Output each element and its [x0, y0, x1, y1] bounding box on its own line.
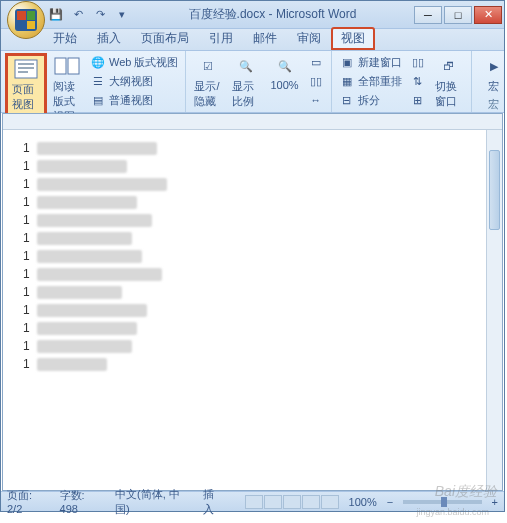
zoom-icon: 🔍 — [232, 55, 260, 77]
svg-rect-4 — [55, 58, 66, 74]
status-zoom[interactable]: 100% — [349, 496, 377, 508]
quick-access-toolbar: 💾 ↶ ↷ ▾ — [47, 6, 131, 24]
list-number: 1 — [23, 321, 37, 335]
macros-button[interactable]: ▶ 宏 — [476, 53, 507, 96]
blurred-text — [37, 286, 122, 299]
list-number: 1 — [23, 177, 37, 191]
hundred-percent-button[interactable]: 🔍 100% — [266, 53, 302, 93]
split-icon: ⊟ — [339, 92, 355, 108]
blurred-text — [37, 358, 107, 371]
status-mode[interactable]: 插入 — [203, 487, 225, 517]
save-icon[interactable]: 💾 — [47, 6, 65, 24]
horizontal-ruler[interactable] — [3, 114, 502, 130]
tab-insert[interactable]: 插入 — [87, 27, 131, 50]
page-width-button[interactable]: ↔ — [305, 91, 327, 109]
new-window-button[interactable]: ▣新建窗口 — [336, 53, 405, 71]
reset-position-button[interactable]: ⊞ — [407, 91, 429, 109]
blurred-text — [37, 214, 152, 227]
view-outline-icon[interactable] — [302, 495, 320, 509]
tab-references[interactable]: 引用 — [199, 27, 243, 50]
window-title: 百度经验.docx - Microsoft Word — [131, 6, 414, 23]
status-words[interactable]: 字数: 498 — [60, 488, 106, 515]
list-number: 1 — [23, 267, 37, 281]
show-hide-button[interactable]: ☑ 显示/隐藏 — [190, 53, 226, 111]
zoom-button[interactable]: 🔍 显示比例 — [228, 53, 264, 111]
group-show-hide: ☑ 显示/隐藏 🔍 显示比例 🔍 100% ▭ ▯▯ ↔ 显示比例 — [186, 51, 331, 112]
list-number: 1 — [23, 141, 37, 155]
outline-view-icon: ☰ — [90, 73, 106, 89]
status-page[interactable]: 页面: 2/2 — [7, 488, 50, 515]
blurred-text — [37, 322, 137, 335]
list-number: 1 — [23, 339, 37, 353]
redo-icon[interactable]: ↷ — [91, 6, 109, 24]
office-button[interactable] — [7, 1, 45, 39]
tab-mailings[interactable]: 邮件 — [243, 27, 287, 50]
arrange-all-button[interactable]: ▦全部重排 — [336, 72, 405, 90]
web-view-button[interactable]: 🌐Web 版式视图 — [87, 53, 181, 71]
one-page-button[interactable]: ▭ — [305, 53, 327, 71]
reading-view-icon — [53, 55, 81, 77]
vertical-scrollbar[interactable] — [486, 130, 502, 490]
draft-view-icon: ▤ — [90, 92, 106, 108]
view-reading-icon[interactable] — [264, 495, 282, 509]
svg-rect-5 — [68, 58, 79, 74]
watermark-url: jingyan.baidu.com — [416, 507, 489, 517]
switch-windows-button[interactable]: 🗗 切换窗口 — [431, 53, 467, 111]
svg-rect-1 — [18, 63, 34, 65]
tab-review[interactable]: 审阅 — [287, 27, 331, 50]
one-page-icon: ▭ — [308, 54, 324, 70]
arrange-icon: ▦ — [339, 73, 355, 89]
hundred-icon: 🔍 — [271, 55, 299, 77]
blurred-text — [37, 250, 142, 263]
office-logo-icon — [15, 9, 37, 31]
maximize-button[interactable]: □ — [444, 6, 472, 24]
group-macros: ▶ 宏 宏 — [472, 51, 507, 112]
page-view-label: 页面视图 — [12, 82, 40, 112]
list-number: 1 — [23, 303, 37, 317]
watermark-logo: Bai度经验 — [435, 483, 497, 501]
two-pages-button[interactable]: ▯▯ — [305, 72, 327, 90]
web-view-icon: 🌐 — [90, 54, 106, 70]
side-by-side-button[interactable]: ▯▯ — [407, 53, 429, 71]
blurred-text — [37, 160, 127, 173]
scrollbar-thumb[interactable] — [489, 150, 500, 230]
blurred-text — [37, 196, 137, 209]
page-view-button[interactable]: 页面视图 — [5, 53, 47, 117]
split-button[interactable]: ⊟拆分 — [336, 91, 405, 109]
document-area: 1 1 1 1 1 1 1 1 1 1 1 1 1 — [2, 113, 503, 491]
tab-layout[interactable]: 页面布局 — [131, 27, 199, 50]
close-button[interactable]: ✕ — [474, 6, 502, 24]
view-web-icon[interactable] — [283, 495, 301, 509]
side-by-side-icon: ▯▯ — [410, 54, 426, 70]
status-language[interactable]: 中文(简体, 中国) — [115, 487, 193, 517]
tab-home[interactable]: 开始 — [43, 27, 87, 50]
view-shortcuts — [245, 495, 339, 509]
minimize-button[interactable]: ─ — [414, 6, 442, 24]
group-window: ▣新建窗口 ▦全部重排 ⊟拆分 ▯▯ ⇅ ⊞ 🗗 切换窗口 窗口 — [332, 51, 472, 112]
view-draft-icon[interactable] — [321, 495, 339, 509]
list-number: 1 — [23, 159, 37, 173]
show-hide-icon: ☑ — [194, 55, 222, 77]
blurred-text — [37, 268, 162, 281]
blurred-text — [37, 232, 132, 245]
list-number: 1 — [23, 357, 37, 371]
outline-view-button[interactable]: ☰大纲视图 — [87, 72, 181, 90]
ribbon-tabs: 开始 插入 页面布局 引用 邮件 审阅 视图 — [1, 29, 504, 51]
tab-view[interactable]: 视图 — [331, 27, 375, 50]
two-pages-icon: ▯▯ — [308, 73, 324, 89]
zoom-out-icon[interactable]: − — [387, 496, 393, 508]
group-label-macros: 宏 — [476, 96, 507, 113]
page-view-icon — [12, 58, 40, 80]
draft-view-button[interactable]: ▤普通视图 — [87, 91, 181, 109]
sync-scroll-button[interactable]: ⇅ — [407, 72, 429, 90]
undo-icon[interactable]: ↶ — [69, 6, 87, 24]
ribbon: 页面视图 阅读版式视图 🌐Web 版式视图 ☰大纲视图 ▤普通视图 文档视图 — [1, 51, 504, 113]
blurred-text — [37, 340, 132, 353]
view-print-layout-icon[interactable] — [245, 495, 263, 509]
qat-dropdown-icon[interactable]: ▾ — [113, 6, 131, 24]
sync-scroll-icon: ⇅ — [410, 73, 426, 89]
document-page[interactable]: 1 1 1 1 1 1 1 1 1 1 1 1 1 — [3, 130, 502, 384]
macros-icon: ▶ — [480, 55, 507, 77]
titlebar: 💾 ↶ ↷ ▾ 百度经验.docx - Microsoft Word ─ □ ✕ — [1, 1, 504, 29]
list-number: 1 — [23, 213, 37, 227]
